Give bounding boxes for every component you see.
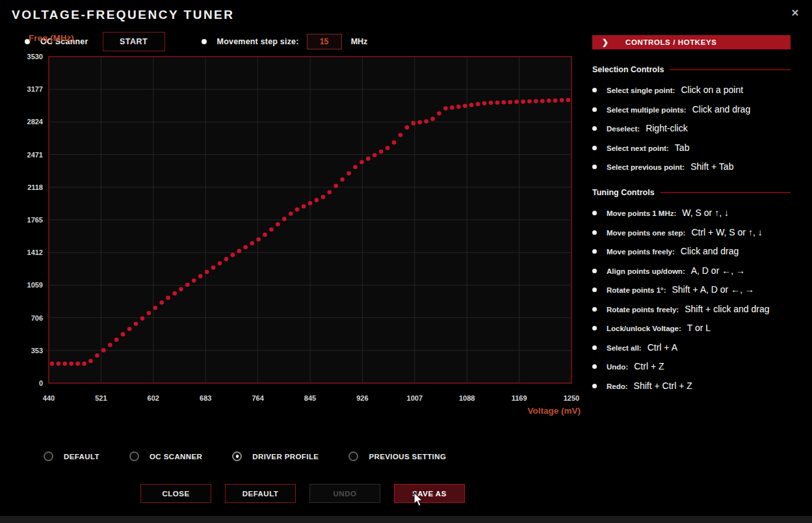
curve-point[interactable]	[243, 245, 248, 250]
curve-point[interactable]	[237, 249, 242, 254]
curve-point[interactable]	[57, 362, 61, 366]
plot-area[interactable]	[49, 57, 571, 383]
curve-point[interactable]	[437, 111, 441, 116]
vf-curve-chart[interactable]: 4405216026837648459261007108811691250035…	[0, 0, 617, 455]
curve-point[interactable]	[95, 353, 99, 358]
save-as-button[interactable]: SAVE AS	[394, 484, 465, 503]
curve-point[interactable]	[514, 100, 519, 104]
curve-point[interactable]	[456, 105, 461, 109]
curve-point[interactable]	[166, 295, 170, 300]
curve-point[interactable]	[185, 283, 190, 288]
curve-point[interactable]	[430, 116, 435, 121]
curve-point[interactable]	[88, 359, 93, 364]
curve-point[interactable]	[192, 278, 196, 283]
curve-point[interactable]	[172, 291, 177, 296]
curve-point[interactable]	[463, 103, 467, 108]
curve-point[interactable]	[121, 332, 125, 337]
curve-point[interactable]	[566, 98, 571, 103]
profile-radio-oc-scanner[interactable]: OC SCANNER	[129, 451, 202, 461]
curve-point[interactable]	[282, 217, 287, 221]
curve-point[interactable]	[250, 241, 254, 246]
curve-point[interactable]	[198, 274, 203, 278]
curve-point[interactable]	[224, 257, 229, 262]
curve-point[interactable]	[276, 222, 280, 226]
curve-point[interactable]	[412, 121, 416, 126]
curve-point[interactable]	[553, 98, 558, 103]
curve-point[interactable]	[540, 99, 545, 103]
step-size-input[interactable]	[307, 34, 342, 49]
curve-point[interactable]	[308, 201, 313, 206]
curve-point[interactable]	[334, 184, 338, 189]
curve-point[interactable]	[159, 301, 164, 305]
curve-point[interactable]	[114, 338, 119, 342]
curve-point[interactable]	[328, 190, 332, 194]
curve-point[interactable]	[366, 157, 371, 161]
curve-point[interactable]	[140, 316, 145, 321]
curve-point[interactable]	[373, 153, 377, 157]
curve-point[interactable]	[521, 100, 525, 104]
close-button[interactable]: CLOSE	[140, 484, 211, 503]
profile-radio-default[interactable]: DEFAULT	[44, 451, 99, 461]
curve-point[interactable]	[379, 150, 384, 154]
radio-icon[interactable]	[129, 451, 139, 461]
curve-point[interactable]	[50, 362, 55, 366]
curve-point[interactable]	[153, 306, 158, 310]
radio-icon[interactable]	[44, 451, 53, 461]
curve-point[interactable]	[502, 100, 506, 105]
curve-point[interactable]	[127, 327, 132, 332]
controls-hotkeys-header[interactable]: ❯ CONTROLS / HOTKEYS	[592, 35, 791, 49]
curve-point[interactable]	[69, 362, 73, 366]
curve-point[interactable]	[450, 105, 454, 110]
x-tick-label: 602	[148, 394, 159, 402]
curve-point[interactable]	[256, 237, 261, 242]
curve-point[interactable]	[353, 165, 358, 170]
curve-point[interactable]	[205, 270, 209, 275]
curve-point[interactable]	[263, 233, 267, 237]
curve-point[interactable]	[340, 178, 345, 182]
curve-point[interactable]	[63, 362, 68, 366]
curve-point[interactable]	[82, 362, 86, 366]
curve-point[interactable]	[424, 119, 428, 124]
curve-point[interactable]	[101, 348, 106, 353]
curve-point[interactable]	[405, 126, 410, 130]
curve-point[interactable]	[315, 198, 319, 202]
curve-point[interactable]	[399, 133, 403, 137]
curve-point[interactable]	[560, 98, 564, 103]
curve-point[interactable]	[417, 120, 422, 125]
curve-point[interactable]	[108, 343, 112, 347]
curve-point[interactable]	[527, 100, 532, 104]
profile-radio-driver-profile[interactable]: DRIVER PROFILE	[232, 451, 319, 461]
curve-point[interactable]	[134, 321, 138, 326]
curve-point[interactable]	[347, 171, 351, 176]
curve-point[interactable]	[211, 265, 216, 270]
curve-point[interactable]	[231, 253, 235, 258]
curve-point[interactable]	[386, 146, 390, 150]
curve-point[interactable]	[295, 208, 300, 212]
curve-point[interactable]	[482, 101, 487, 106]
radio-icon[interactable]	[348, 451, 358, 461]
curve-point[interactable]	[289, 211, 293, 216]
curve-point[interactable]	[469, 103, 474, 107]
profile-radio-previous-setting[interactable]: PREVIOUS SETTING	[348, 451, 446, 461]
curve-point[interactable]	[360, 160, 364, 165]
curve-point[interactable]	[392, 141, 397, 145]
curve-point[interactable]	[218, 262, 222, 266]
curve-point[interactable]	[476, 102, 480, 107]
curve-point[interactable]	[534, 99, 538, 103]
curve-point[interactable]	[75, 362, 80, 366]
start-button[interactable]: START	[103, 32, 165, 51]
radio-selected-icon[interactable]	[232, 451, 242, 461]
curve-point[interactable]	[547, 99, 551, 103]
curve-point[interactable]	[495, 100, 500, 105]
curve-point[interactable]	[321, 194, 326, 199]
x-tick-label: 1007	[407, 394, 423, 402]
curve-point[interactable]	[489, 101, 493, 105]
curve-point[interactable]	[179, 287, 183, 291]
close-icon[interactable]: ✕	[788, 6, 802, 20]
curve-point[interactable]	[269, 228, 274, 232]
curve-point[interactable]	[443, 106, 448, 111]
curve-point[interactable]	[147, 311, 151, 315]
default-button[interactable]: DEFAULT	[225, 484, 296, 503]
curve-point[interactable]	[302, 204, 306, 209]
curve-point[interactable]	[508, 100, 512, 105]
